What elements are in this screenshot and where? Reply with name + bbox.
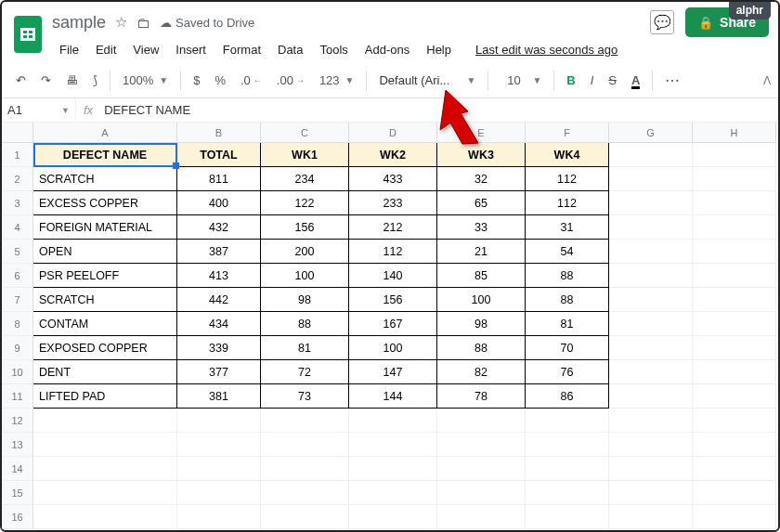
col-head-G[interactable]: G	[609, 123, 693, 143]
zoom-dropdown[interactable]: 100%▼	[116, 69, 175, 92]
cell[interactable]	[693, 264, 776, 288]
row-head[interactable]: 14	[2, 457, 33, 481]
cell[interactable]: 200	[261, 240, 349, 264]
cell[interactable]	[177, 505, 261, 529]
cell[interactable]: 32	[437, 167, 526, 191]
cell[interactable]	[609, 167, 693, 191]
col-head-D[interactable]: D	[349, 123, 437, 143]
cell[interactable]: 100	[261, 264, 349, 288]
cell[interactable]	[693, 481, 776, 505]
move-icon[interactable]: 🗀	[136, 15, 150, 31]
cell[interactable]	[526, 433, 609, 457]
cell[interactable]: 88	[437, 336, 526, 360]
cell[interactable]: 98	[437, 312, 526, 336]
last-edit-link[interactable]: Last edit was seconds ago	[468, 39, 625, 60]
cell[interactable]: 88	[526, 264, 609, 288]
number-format-dropdown[interactable]: 123▼	[313, 69, 361, 92]
cell[interactable]: 413	[177, 264, 261, 288]
cell[interactable]: OPEN	[33, 240, 177, 264]
bold-button[interactable]: B	[560, 69, 581, 92]
row-head[interactable]: 4	[2, 215, 33, 240]
cell[interactable]	[349, 505, 437, 529]
cell[interactable]: DENT	[33, 360, 177, 384]
cell[interactable]: 112	[526, 167, 609, 191]
cell[interactable]: PSR PEELOFF	[33, 264, 177, 288]
currency-button[interactable]: $	[187, 69, 206, 92]
cell[interactable]	[609, 384, 693, 409]
cell[interactable]	[693, 167, 776, 191]
cell[interactable]: 54	[526, 240, 609, 264]
cell[interactable]	[609, 288, 693, 312]
cell-D1[interactable]: WK2	[349, 143, 437, 167]
cell[interactable]	[261, 409, 349, 433]
cell[interactable]: 73	[261, 384, 349, 409]
doc-name[interactable]: sample	[52, 13, 106, 32]
undo-icon[interactable]: ↶	[9, 69, 32, 92]
italic-button[interactable]: I	[584, 69, 601, 92]
cell[interactable]	[33, 433, 177, 457]
cell[interactable]	[33, 457, 177, 481]
cell[interactable]	[609, 433, 693, 457]
cell[interactable]: 78	[437, 384, 526, 409]
cell-C1[interactable]: WK1	[261, 143, 349, 167]
cell[interactable]: 156	[349, 288, 437, 312]
font-dropdown[interactable]: Default (Ari...▼	[372, 69, 482, 92]
cell[interactable]: 442	[177, 288, 261, 312]
row-head[interactable]: 9	[2, 336, 33, 360]
menu-help[interactable]: Help	[419, 39, 459, 60]
cell[interactable]: 33	[437, 215, 526, 240]
cell[interactable]	[261, 481, 349, 505]
menu-tools[interactable]: Tools	[312, 39, 355, 60]
cell[interactable]	[177, 481, 261, 505]
cell[interactable]: 122	[261, 191, 349, 215]
row-head[interactable]: 8	[2, 312, 33, 336]
cell[interactable]: 167	[349, 312, 437, 336]
cell[interactable]	[693, 312, 776, 336]
name-box[interactable]: A1▼	[2, 99, 76, 121]
cell[interactable]: 21	[437, 240, 526, 264]
cell[interactable]	[33, 505, 177, 529]
cell[interactable]	[609, 409, 693, 433]
cell[interactable]: 400	[177, 191, 261, 215]
row-head[interactable]: 3	[2, 191, 33, 215]
cell[interactable]	[177, 457, 261, 481]
cell[interactable]: 88	[526, 288, 609, 312]
cell[interactable]: EXPOSED COPPER	[33, 336, 177, 360]
cell[interactable]: 156	[261, 215, 349, 240]
cell[interactable]: 144	[349, 384, 437, 409]
row-head[interactable]: 10	[2, 360, 33, 384]
cell[interactable]	[526, 457, 609, 481]
cell[interactable]: 100	[437, 288, 526, 312]
row-head[interactable]: 12	[2, 409, 33, 433]
cell[interactable]	[33, 409, 177, 433]
cell[interactable]	[609, 264, 693, 288]
cell[interactable]	[693, 505, 776, 529]
cell[interactable]: 76	[526, 360, 609, 384]
cell[interactable]	[693, 457, 776, 481]
col-head-A[interactable]: A	[33, 123, 177, 143]
cell[interactable]	[177, 433, 261, 457]
row-head[interactable]: 5	[2, 240, 33, 264]
redo-icon[interactable]: ↷	[34, 69, 58, 92]
cell[interactable]	[693, 360, 776, 384]
cell[interactable]: 81	[526, 312, 609, 336]
menu-data[interactable]: Data	[270, 39, 310, 60]
cell[interactable]	[437, 481, 526, 505]
row-head[interactable]: 15	[2, 481, 33, 505]
cell[interactable]	[693, 336, 776, 360]
spreadsheet-grid[interactable]: A B C D E F G H 1 DEFECT NAME TOTAL WK1 …	[2, 123, 778, 529]
col-head-F[interactable]: F	[526, 123, 609, 143]
cell[interactable]: 434	[177, 312, 261, 336]
cell[interactable]	[693, 240, 776, 264]
cell[interactable]: 86	[526, 384, 609, 409]
comments-icon[interactable]: 💬	[650, 10, 674, 34]
cell[interactable]	[261, 505, 349, 529]
menu-format[interactable]: Format	[215, 39, 268, 60]
cell[interactable]	[609, 336, 693, 360]
cell[interactable]	[609, 457, 693, 481]
row-head[interactable]: 2	[2, 167, 33, 191]
cell[interactable]: 381	[177, 384, 261, 409]
cell[interactable]	[693, 409, 776, 433]
cell[interactable]: 112	[526, 191, 609, 215]
print-icon[interactable]: 🖶	[59, 69, 84, 92]
